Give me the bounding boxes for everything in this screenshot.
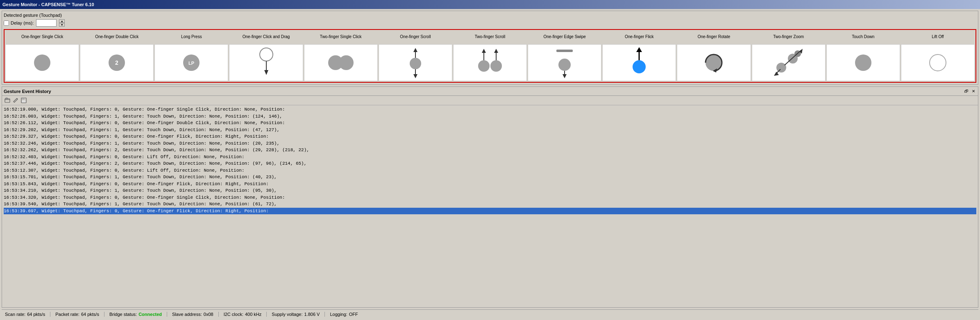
gesture-label-one-finger-edge-swipe: One-finger Edge Swipe [543,31,585,43]
svg-point-5 [260,48,273,61]
gesture-icon-one-finger-click-drag [229,44,303,81]
log-line: 16:52:26.112, Widget: Touchpad, Fingers:… [4,120,976,127]
gesture-icon-two-finger-single-click [304,44,378,81]
status-packet-rate: Packet rate: 64 pkts/s [50,312,104,317]
gesture-icon-one-finger-flick [602,44,676,81]
gesture-label-one-finger-double-click: One-finger Double Click [95,31,138,43]
status-scan-rate-value: 64 pkts/s [27,312,45,317]
svg-marker-18 [482,49,486,53]
gesture-label-one-finger-single-click: One-finger Single Click [21,31,63,43]
gesture-svg-two-finger-click [327,52,355,73]
gesture-svg-flick-blue [631,46,647,79]
gesture-two-finger-single-click: Two-finger Single Click [304,31,378,81]
gesture-label-two-finger-zoom: Two-finger Zoom [773,31,804,43]
save-icon[interactable] [20,97,27,104]
gesture-icon-one-finger-scroll [379,44,452,81]
gesture-svg-scroll-two [476,46,504,79]
gesture-svg-long-press: LP [181,52,202,73]
gesture-one-finger-single-click: One-finger Single Click [5,31,79,81]
status-logging-label: Logging: [330,312,347,317]
log-line: 16:53:15.701, Widget: Touchpad, Fingers:… [4,174,976,181]
gesture-icon-long-press: LP [154,44,228,81]
gesture-svg-lift-off [928,52,948,73]
gesture-svg-drag [254,46,279,79]
status-slave-label: Slave address: [172,312,202,317]
top-panel: Detected gesture (Touchpad) Delay (ms): … [2,11,978,85]
panel-close-btn[interactable]: ✕ [971,89,976,93]
delay-spin-down[interactable]: ▼ [59,23,65,27]
delay-input[interactable]: 1000 [36,19,57,27]
panel-restore-btn[interactable]: 🗗 [963,89,970,93]
svg-rect-42 [22,100,26,102]
svg-marker-12 [413,48,417,52]
gesture-label-one-finger-flick: One-finger Flick [625,31,654,43]
status-bridge-status: Bridge status: Connected [104,312,167,317]
gesture-one-finger-edge-swipe: One-finger Edge Swipe [528,31,601,81]
gesture-one-finger-click-drag: One-finger Click and Drag [229,31,303,81]
log-line: 16:53:34.210, Widget: Touchpad, Fingers:… [4,187,976,194]
edit-icon[interactable] [12,97,19,104]
status-packet-rate-label: Packet rate: [55,312,79,317]
gesture-grid: One-finger Single Click One-finger Doubl… [4,29,976,83]
log-line: 16:52:32.262, Widget: Touchpad, Fingers:… [4,147,976,154]
main-container: Detected gesture (Touchpad) Delay (ms): … [0,9,980,320]
gesture-icon-two-finger-scroll [453,44,527,81]
gesture-one-finger-rotate: One-finger Rotate [677,31,751,81]
gesture-svg-edge-swipe [554,46,575,79]
svg-marker-14 [413,74,417,78]
status-scan-rate: Scan rate: 64 pkts/s [5,312,50,317]
svg-point-30 [776,63,786,73]
gesture-icon-one-finger-edge-swipe [528,44,601,81]
status-logging-value: OFF [349,312,358,317]
svg-marker-7 [264,70,268,75]
log-line: 16:53:39.540, Widget: Touchpad, Fingers:… [4,201,976,208]
status-logging: Logging: OFF [325,312,363,317]
log-line: 16:52:26.003, Widget: Touchpad, Fingers:… [4,113,976,120]
open-file-icon[interactable] [4,97,11,104]
gesture-svg-rotate [701,50,726,75]
delay-checkbox-label: Delay (ms): [4,20,34,26]
event-log[interactable]: 16:52:19.000, Widget: Touchpad, Fingers:… [2,105,978,307]
log-line: 16:52:29.202, Widget: Touchpad, Fingers:… [4,127,976,134]
status-slave-address: Slave address: 0x08 [167,312,219,317]
gesture-svg-scroll-one [407,46,424,79]
gesture-svg-double-click: 2 [107,52,127,73]
svg-point-37 [855,54,871,71]
status-i2c-clock: I2C clock: 400 kHz [219,312,267,317]
svg-marker-24 [563,74,567,78]
delay-spin-up[interactable]: ▲ [59,19,65,23]
gesture-label-two-finger-single-click: Two-finger Single Click [320,31,362,43]
gesture-one-finger-scroll: One-finger Scroll [379,31,452,81]
bottom-panel-title: Gesture Event History [4,89,51,94]
gesture-icon-two-finger-zoom [752,44,826,81]
gesture-lift-off: Lift Off [901,31,975,81]
log-line: 16:52:19.000, Widget: Touchpad, Fingers:… [4,106,976,113]
status-packet-rate-value: 64 pkts/s [81,312,99,317]
bottom-panel-header: Gesture Event History 🗗 ✕ [2,87,978,96]
delay-spin-buttons: ▲ ▼ [59,19,65,27]
delay-checkbox[interactable] [4,20,9,26]
gesture-label-one-finger-rotate: One-finger Rotate [698,31,730,43]
svg-point-10 [410,58,421,69]
svg-rect-21 [556,50,573,52]
delay-row: Delay (ms): 1000 ▲ ▼ [4,19,976,27]
gesture-long-press: Long Press LP [154,31,228,81]
title-bar-label: Gesture Monitor - CAPSENSE™ Tuner 6.10 [2,2,94,7]
bottom-panel: Gesture Event History 🗗 ✕ [2,86,978,308]
gesture-one-finger-double-click: One-finger Double Click 2 [80,31,154,81]
gesture-touch-down: Touch Down [826,31,900,81]
gesture-svg-zoom [772,46,805,79]
gesture-label-one-finger-click-drag: One-finger Click and Drag [243,31,290,43]
gesture-icon-one-finger-single-click [5,44,79,81]
svg-rect-39 [5,99,10,102]
gesture-one-finger-flick: One-finger Flick [602,31,676,81]
status-i2c-label: I2C clock: [224,312,243,317]
gesture-label-two-finger-scroll: Two-finger Scroll [475,31,505,43]
log-line: 16:53:34.320, Widget: Touchpad, Fingers:… [4,194,976,201]
svg-point-22 [558,59,571,71]
gesture-icon-one-finger-double-click: 2 [80,44,154,81]
svg-text:2: 2 [115,59,118,66]
gesture-svg-touch-down [853,52,873,73]
gesture-two-finger-scroll: Two-finger Scroll [453,31,527,81]
panel-icons-row [2,96,978,105]
